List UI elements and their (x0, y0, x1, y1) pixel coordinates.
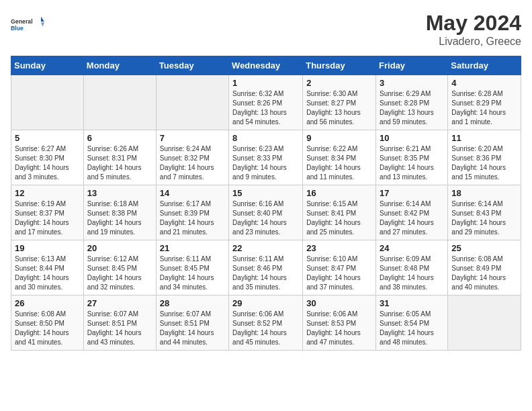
weekday-header-cell: Monday (83, 56, 156, 75)
svg-marker-2 (41, 17, 44, 22)
day-info: Sunrise: 6:15 AMSunset: 8:41 PMDaylight:… (306, 199, 372, 237)
calendar-day-cell (156, 75, 228, 130)
day-info: Sunrise: 6:17 AMSunset: 8:39 PMDaylight:… (160, 199, 225, 237)
weekday-header-cell: Friday (376, 56, 448, 75)
day-info: Sunrise: 6:07 AMSunset: 8:51 PMDaylight:… (160, 310, 225, 347)
day-number: 8 (232, 133, 299, 143)
calendar-day-cell (448, 295, 521, 351)
day-info: Sunrise: 6:22 AMSunset: 8:34 PMDaylight:… (306, 144, 372, 182)
day-info: Sunrise: 6:08 AMSunset: 8:50 PMDaylight:… (15, 310, 80, 347)
page-header: General Blue May 2024 Livadero, Greece (11, 11, 521, 48)
calendar-day-cell: 6Sunrise: 6:26 AMSunset: 8:31 PMDaylight… (83, 130, 156, 185)
day-info: Sunrise: 6:16 AMSunset: 8:40 PMDaylight:… (232, 199, 299, 237)
day-number: 5 (15, 133, 80, 143)
day-number: 16 (306, 188, 372, 198)
calendar-day-cell: 16Sunrise: 6:15 AMSunset: 8:41 PMDayligh… (303, 185, 376, 240)
day-number: 26 (15, 298, 80, 308)
day-info: Sunrise: 6:32 AMSunset: 8:26 PMDaylight:… (232, 89, 299, 127)
calendar-day-cell: 1Sunrise: 6:32 AMSunset: 8:26 PMDaylight… (229, 75, 303, 130)
day-number: 17 (380, 188, 444, 198)
calendar-day-cell: 30Sunrise: 6:06 AMSunset: 8:53 PMDayligh… (303, 295, 376, 351)
calendar-day-cell: 12Sunrise: 6:19 AMSunset: 8:37 PMDayligh… (11, 185, 84, 240)
calendar-day-cell: 13Sunrise: 6:18 AMSunset: 8:38 PMDayligh… (83, 185, 156, 240)
day-number: 11 (451, 133, 517, 143)
day-info: Sunrise: 6:26 AMSunset: 8:31 PMDaylight:… (87, 144, 152, 182)
weekday-header-cell: Sunday (11, 56, 84, 75)
day-info: Sunrise: 6:18 AMSunset: 8:38 PMDaylight:… (87, 199, 152, 237)
day-info: Sunrise: 6:10 AMSunset: 8:47 PMDaylight:… (306, 255, 372, 292)
calendar-day-cell: 24Sunrise: 6:09 AMSunset: 8:48 PMDayligh… (376, 240, 448, 295)
calendar-day-cell: 2Sunrise: 6:30 AMSunset: 8:27 PMDaylight… (303, 75, 376, 130)
day-info: Sunrise: 6:14 AMSunset: 8:42 PMDaylight:… (380, 199, 444, 237)
calendar-day-cell: 14Sunrise: 6:17 AMSunset: 8:39 PMDayligh… (156, 185, 228, 240)
day-info: Sunrise: 6:28 AMSunset: 8:29 PMDaylight:… (451, 89, 517, 127)
calendar-day-cell: 20Sunrise: 6:12 AMSunset: 8:45 PMDayligh… (83, 240, 156, 295)
calendar-day-cell: 28Sunrise: 6:07 AMSunset: 8:51 PMDayligh… (156, 295, 228, 351)
svg-text:Blue: Blue (11, 25, 24, 32)
day-number: 30 (306, 298, 372, 308)
calendar-day-cell: 26Sunrise: 6:08 AMSunset: 8:50 PMDayligh… (11, 295, 84, 351)
day-number: 25 (451, 243, 517, 253)
logo-svg: General Blue (11, 11, 44, 38)
calendar-day-cell: 7Sunrise: 6:24 AMSunset: 8:32 PMDaylight… (156, 130, 228, 185)
day-number: 31 (380, 298, 444, 308)
day-info: Sunrise: 6:23 AMSunset: 8:33 PMDaylight:… (232, 144, 299, 182)
day-number: 6 (87, 133, 152, 143)
weekday-header-cell: Tuesday (156, 56, 228, 75)
day-number: 15 (232, 188, 299, 198)
day-number: 29 (232, 298, 299, 308)
day-info: Sunrise: 6:19 AMSunset: 8:37 PMDaylight:… (15, 199, 80, 237)
calendar-day-cell: 4Sunrise: 6:28 AMSunset: 8:29 PMDaylight… (448, 75, 521, 130)
day-info: Sunrise: 6:12 AMSunset: 8:45 PMDaylight:… (87, 255, 152, 292)
calendar-day-cell: 8Sunrise: 6:23 AMSunset: 8:33 PMDaylight… (229, 130, 303, 185)
day-number: 4 (451, 78, 517, 88)
title-block: May 2024 Livadero, Greece (426, 11, 521, 48)
weekday-header-cell: Wednesday (229, 56, 303, 75)
day-info: Sunrise: 6:06 AMSunset: 8:53 PMDaylight:… (306, 310, 372, 347)
calendar-day-cell: 23Sunrise: 6:10 AMSunset: 8:47 PMDayligh… (303, 240, 376, 295)
day-number: 2 (306, 78, 372, 88)
svg-marker-3 (41, 23, 44, 27)
weekday-header-cell: Saturday (448, 56, 521, 75)
calendar-day-cell: 5Sunrise: 6:27 AMSunset: 8:30 PMDaylight… (11, 130, 84, 185)
calendar-day-cell: 27Sunrise: 6:07 AMSunset: 8:51 PMDayligh… (83, 295, 156, 351)
day-number: 13 (87, 188, 152, 198)
day-number: 21 (160, 243, 225, 253)
calendar-day-cell: 17Sunrise: 6:14 AMSunset: 8:42 PMDayligh… (376, 185, 448, 240)
calendar-day-cell: 19Sunrise: 6:13 AMSunset: 8:44 PMDayligh… (11, 240, 84, 295)
day-number: 23 (306, 243, 372, 253)
calendar-day-cell: 31Sunrise: 6:05 AMSunset: 8:54 PMDayligh… (376, 295, 448, 351)
svg-text:General: General (11, 18, 33, 25)
day-number: 27 (87, 298, 152, 308)
day-info: Sunrise: 6:08 AMSunset: 8:49 PMDaylight:… (451, 255, 517, 292)
day-number: 20 (87, 243, 152, 253)
day-info: Sunrise: 6:30 AMSunset: 8:27 PMDaylight:… (306, 89, 372, 127)
calendar-location: Livadero, Greece (426, 36, 521, 48)
day-number: 24 (380, 243, 444, 253)
calendar-day-cell: 11Sunrise: 6:20 AMSunset: 8:36 PMDayligh… (448, 130, 521, 185)
day-info: Sunrise: 6:13 AMSunset: 8:44 PMDaylight:… (15, 255, 80, 292)
day-number: 10 (380, 133, 444, 143)
day-number: 1 (232, 78, 299, 88)
day-info: Sunrise: 6:29 AMSunset: 8:28 PMDaylight:… (380, 89, 444, 127)
day-number: 22 (232, 243, 299, 253)
calendar-day-cell: 10Sunrise: 6:21 AMSunset: 8:35 PMDayligh… (376, 130, 448, 185)
day-info: Sunrise: 6:14 AMSunset: 8:43 PMDaylight:… (451, 199, 517, 237)
calendar-day-cell: 18Sunrise: 6:14 AMSunset: 8:43 PMDayligh… (448, 185, 521, 240)
weekday-header-row: SundayMondayTuesdayWednesdayThursdayFrid… (11, 56, 521, 75)
day-number: 12 (15, 188, 80, 198)
calendar-week-row: 1Sunrise: 6:32 AMSunset: 8:26 PMDaylight… (11, 75, 521, 130)
day-number: 18 (451, 188, 517, 198)
day-number: 9 (306, 133, 372, 143)
day-info: Sunrise: 6:11 AMSunset: 8:45 PMDaylight:… (160, 255, 225, 292)
calendar-week-row: 26Sunrise: 6:08 AMSunset: 8:50 PMDayligh… (11, 295, 521, 351)
calendar-week-row: 19Sunrise: 6:13 AMSunset: 8:44 PMDayligh… (11, 240, 521, 295)
calendar-day-cell (83, 75, 156, 130)
day-info: Sunrise: 6:24 AMSunset: 8:32 PMDaylight:… (160, 144, 225, 182)
calendar-title: May 2024 (426, 11, 521, 36)
day-number: 14 (160, 188, 225, 198)
day-info: Sunrise: 6:20 AMSunset: 8:36 PMDaylight:… (451, 144, 517, 182)
day-info: Sunrise: 6:06 AMSunset: 8:52 PMDaylight:… (232, 310, 299, 347)
calendar-day-cell: 9Sunrise: 6:22 AMSunset: 8:34 PMDaylight… (303, 130, 376, 185)
day-number: 28 (160, 298, 225, 308)
